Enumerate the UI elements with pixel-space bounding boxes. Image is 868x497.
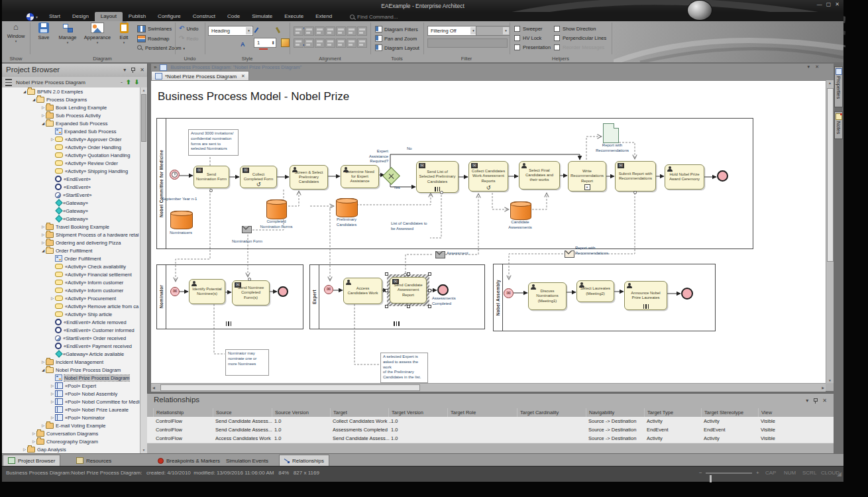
bpmn-timer-start-event[interactable]	[170, 170, 180, 180]
tree-item[interactable]: «Activity» Check availability	[2, 262, 140, 270]
tree-expander-icon[interactable]: ▷	[40, 225, 46, 229]
table-row[interactable]: ControlFlowAccess Candidates Work1.0Send…	[147, 434, 834, 443]
bpmn-data-store[interactable]	[170, 211, 193, 229]
pin-icon[interactable]	[813, 398, 818, 404]
tree-expander-icon[interactable]: ▷	[40, 113, 46, 117]
selection-handle[interactable]	[428, 289, 431, 292]
tree-expander-icon[interactable]: ▷	[40, 105, 46, 109]
bpmn-data-store[interactable]	[336, 198, 358, 217]
tree-item[interactable]: «Activity» Financial settlement	[2, 270, 140, 278]
font-icon[interactable]: A	[239, 40, 247, 49]
format-painter-icon[interactable]	[252, 26, 261, 34]
tree-item[interactable]: ▷Incident Management	[2, 358, 140, 366]
hv-lock-checkbox[interactable]: HV Lock	[514, 35, 541, 41]
bpmn-task[interactable]: Access Candidates Work	[343, 278, 382, 304]
filter-text-input[interactable]	[427, 38, 508, 48]
tree-item[interactable]: ▷Gap Analysis	[2, 445, 140, 453]
bpmn-task[interactable]: Screen & Select Preliminary Candidates	[290, 165, 328, 190]
tree-item[interactable]: «Activity» Inform customer	[2, 286, 140, 294]
bpmn-task[interactable]: Announce Nobel Prize Laureates	[624, 281, 667, 310]
diagram-canvas[interactable]: Business Process Model - Nobel Prize Nob…	[151, 80, 826, 384]
column-header[interactable]: Target Role	[447, 408, 476, 417]
tree-expander-icon[interactable]: ▷	[50, 392, 55, 396]
menu-tab-simulate[interactable]: Simulate	[246, 12, 278, 21]
tree-expander-icon[interactable]: ▷	[22, 447, 27, 451]
save-button[interactable]: Save	[32, 23, 55, 52]
tree-item[interactable]: «StartEvent» Order received	[2, 334, 140, 342]
tree-expander-icon[interactable]: ▷	[50, 415, 55, 419]
table-row[interactable]: ControlFlowSend Candidate Assess...1.0Co…	[147, 417, 834, 426]
alignment-icon[interactable]	[347, 38, 356, 48]
menu-tab-design[interactable]: Design	[66, 12, 95, 21]
bpmn-data-store[interactable]	[510, 201, 531, 220]
menu-tab-layout[interactable]: Layout	[95, 12, 123, 21]
diagram-layout-toggle[interactable]: Diagram Layout	[375, 44, 419, 51]
tree-item[interactable]: «Gateway»	[2, 199, 140, 207]
tree-item[interactable]: «EndEvent»	[2, 175, 140, 183]
column-header[interactable]: Target Type	[644, 408, 673, 417]
move-down-icon[interactable]: ⬇	[134, 79, 139, 85]
diagram-filters-toggle[interactable]: Diagram Filters	[375, 26, 418, 32]
bpmn-note[interactable]: Nominator may nominate one or more Nomin…	[225, 349, 269, 376]
column-header[interactable]: Target Stereotype	[701, 408, 743, 417]
brush-icon[interactable]	[274, 26, 283, 34]
style-combo[interactable]: Heading▾	[208, 26, 253, 36]
tree-item[interactable]: ▷Shipment Process of a hardware retai	[2, 231, 140, 239]
bpmn-task[interactable]: Determine Need for Expert Assistance	[341, 165, 379, 188]
tree-item[interactable]: «EndEvent» Customer informed	[2, 326, 140, 334]
panel-close-icon[interactable]: ✕	[140, 67, 144, 73]
tree-expander-icon[interactable]: ▷	[40, 233, 46, 237]
persistent-zoom-button[interactable]: Persistent Zoom▾	[137, 45, 185, 51]
bpmn-task[interactable]: Write Recommendations Report+	[568, 161, 606, 192]
tab-project-browser[interactable]: Project Browser	[3, 455, 60, 467]
alignment-icon[interactable]	[294, 38, 303, 48]
tree-item[interactable]: «Gateway»	[2, 215, 140, 223]
bpmn-pool[interactable]: Nominator	[156, 264, 303, 329]
bpmn-end-event[interactable]	[278, 286, 288, 297]
tree-item[interactable]: Order Fulfillment	[2, 254, 140, 262]
horizontal-scrollbar[interactable]: ◀ ▶	[151, 383, 826, 392]
view-menu-icon[interactable]: ▾	[808, 64, 810, 70]
menu-tab-code[interactable]: Code	[221, 12, 246, 21]
tab-properties[interactable]: Properties	[834, 66, 843, 107]
perpendicular-lines-checkbox[interactable]: Perpendicular Lines	[554, 35, 606, 41]
window-button[interactable]: ⌂ Window▾	[5, 23, 27, 52]
show-direction-checkbox[interactable]: Show Direction	[554, 26, 596, 32]
tree-expander-icon[interactable]: ▷	[50, 296, 55, 300]
bpmn-message-start-event[interactable]: ✉	[504, 288, 514, 298]
column-header[interactable]: Target Cardinality	[517, 408, 559, 417]
tree-item[interactable]: «Activity» Shipping Handling	[2, 167, 140, 175]
tree-item[interactable]: «Activity» Remove article from ca	[2, 302, 140, 310]
filtering-combo[interactable]: Filtering Off▾	[427, 26, 478, 36]
column-header[interactable]: Target Version	[388, 408, 423, 417]
bpmn-task[interactable]: Collect Completed Form✉↺	[240, 166, 277, 188]
message-envelope-icon[interactable]	[565, 250, 574, 258]
app-logo-icon[interactable]	[26, 13, 34, 21]
tree-item[interactable]: «Activity» Quotation Handling	[2, 151, 140, 159]
selection-handle[interactable]	[407, 272, 410, 276]
tree-item[interactable]: ◢Nobel Prize Process Diagram	[2, 366, 140, 374]
panel-menu-icon[interactable]: ▾	[123, 67, 126, 73]
zoom-in-icon[interactable]: +	[756, 470, 759, 476]
tree-item[interactable]: ◢Process Diagrams	[2, 95, 140, 103]
tree-item[interactable]: «Gateway»	[2, 207, 140, 215]
tab-breakpoints-markers[interactable]: Breakpoints & Markers	[152, 455, 225, 467]
column-header[interactable]: Source Version	[272, 408, 309, 417]
tree-item[interactable]: ▷«Pool» Nominator	[2, 414, 140, 421]
tree-item[interactable]: ▷«Pool» Expert	[2, 382, 140, 390]
bpmn-message-start-event[interactable]: ✉	[324, 285, 333, 294]
table-row[interactable]: ControlFlowSend Candidate Assess...1.0As…	[147, 425, 834, 435]
swimlanes-button[interactable]: Swimlanes	[137, 25, 172, 32]
tree-item[interactable]: ▷«Pool» Nobel Assembly	[2, 390, 140, 398]
alignment-icon[interactable]	[304, 38, 314, 48]
tree-expander-icon[interactable]: ▷	[40, 360, 46, 364]
redo-button[interactable]: ↷ Redo	[179, 35, 198, 42]
selection-handle[interactable]	[407, 305, 410, 308]
edit-button[interactable]: Edit▾	[115, 23, 133, 52]
alignment-icon[interactable]	[336, 27, 346, 36]
appearance-button[interactable]: Appearance▾	[81, 23, 113, 52]
bpmn-task[interactable]: Collect Candidates Work Assessment Repor…	[468, 161, 508, 192]
tree-item[interactable]: Expanded Sub Process	[2, 127, 140, 135]
tree-expander-icon[interactable]: ▷	[50, 384, 55, 388]
manage-button[interactable]: Manage▾	[55, 23, 80, 52]
